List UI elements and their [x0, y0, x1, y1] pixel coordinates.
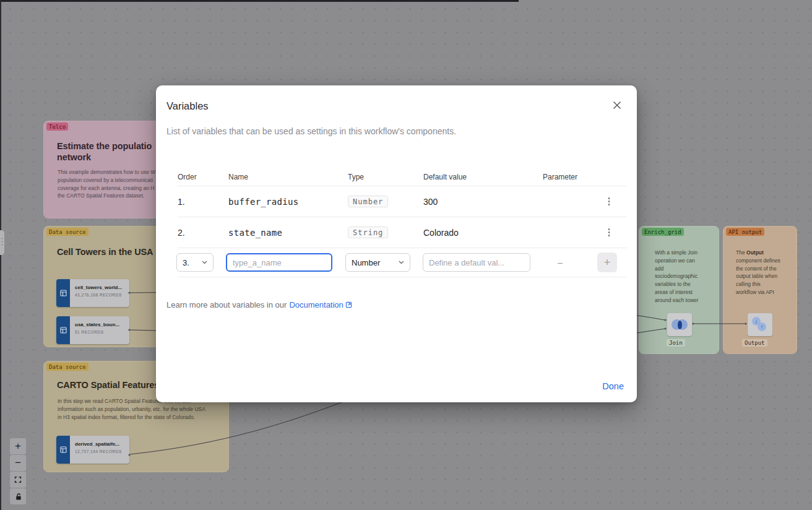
source-card-cell-towers[interactable]: cell_towers_world... 43,276,168 RECORDS — [56, 279, 129, 307]
variables-modal: Variables List of variables that can be … — [156, 85, 637, 402]
zoom-in-button[interactable]: + — [10, 438, 26, 454]
upload-icon: ↑ — [758, 322, 766, 331]
source-card-records: 12,707,194 RECORDS — [75, 449, 122, 454]
col-header-type: Type — [348, 173, 423, 181]
col-header-parameter: Parameter — [543, 173, 603, 181]
table-row: 2. state_name String Colorado — [178, 217, 627, 248]
type-badge: String — [348, 227, 388, 238]
col-header-order: Order — [178, 173, 228, 181]
output-icon: ↓ ↑ — [748, 313, 772, 336]
close-icon — [613, 101, 621, 110]
variable-name-input[interactable] — [226, 253, 332, 272]
variables-table: Order Name Type Default value Parameter … — [178, 168, 627, 277]
fit-to-screen-icon — [14, 475, 22, 484]
zoom-out-button[interactable]: − — [10, 455, 26, 471]
add-variable-button[interactable]: + — [597, 253, 617, 272]
col-header-default-value: Default value — [423, 173, 543, 181]
node-tag-data-source: Data source — [46, 228, 89, 236]
row-default-value: 300 — [423, 197, 543, 207]
node-tag-api-output: API output — [726, 228, 764, 236]
side-panel-handle[interactable] — [0, 230, 4, 255]
output-component[interactable]: ↓ ↑ — [748, 313, 772, 336]
node-tag-data-source: Data source — [46, 363, 89, 371]
toggle-knob — [545, 197, 551, 204]
modal-title: Variables — [166, 100, 209, 112]
telco-title: Estimate the populatio network — [57, 141, 152, 163]
done-button[interactable]: Done — [602, 381, 624, 391]
source-card-name: usa_states_boun... — [75, 322, 119, 327]
parameter-dash: – — [558, 257, 603, 267]
api-output-body: The Output component defines the content… — [736, 249, 780, 296]
order-select[interactable]: 3. — [176, 253, 214, 272]
type-select[interactable]: Number — [345, 253, 410, 272]
canvas-top-border — [0, 0, 519, 2]
table-icon — [56, 279, 70, 307]
telco-body: This example demonstrates how to use W p… — [58, 168, 155, 200]
node-tag-enrich-grid: Enrich_grid — [642, 228, 684, 236]
source-card-name: cell_towers_world... — [75, 285, 122, 290]
row-order: 1. — [178, 197, 228, 207]
lock-open-icon — [14, 493, 22, 501]
row-default-value: Colorado — [423, 228, 543, 238]
learn-more-text: Learn more about variables in our Docume… — [166, 300, 352, 309]
type-select-value: Number — [352, 258, 380, 267]
modal-description: List of variables that can be used as se… — [166, 126, 456, 136]
join-component[interactable] — [667, 313, 692, 336]
new-variable-row: 3. Number – + — [178, 248, 627, 277]
documentation-link[interactable]: Documentation — [289, 300, 352, 309]
source-card-records: 51 RECORDS — [75, 330, 119, 334]
default-value-input[interactable] — [423, 253, 530, 272]
row-menu-button[interactable] — [603, 227, 615, 238]
order-select-value: 3. — [183, 258, 189, 267]
fit-to-screen-button[interactable] — [10, 472, 26, 488]
row-order: 2. — [178, 228, 228, 238]
node-api-output[interactable]: API output The Output component defines … — [723, 226, 797, 354]
col-header-name: Name — [228, 173, 348, 181]
chevron-down-icon — [202, 261, 207, 264]
source-card-name: derived_spatialfe... — [75, 441, 122, 447]
row-name: buffer_radius — [228, 197, 348, 207]
canvas-left-border — [0, 0, 1, 510]
table-icon — [56, 316, 70, 344]
output-component-label: Output — [742, 339, 767, 347]
node-enrich-grid[interactable]: Enrich_grid With a simple Join operation… — [639, 226, 719, 354]
cell-towers-title: Cell Towers in the USA — [57, 247, 153, 258]
row-name: state_name — [228, 228, 348, 238]
close-button[interactable] — [611, 99, 623, 111]
join-icon — [672, 319, 688, 330]
spatial-features-title: CARTO Spatial Features — [57, 380, 159, 391]
source-card-records: 43,276,168 RECORDS — [75, 293, 122, 297]
table-header-row: Order Name Type Default value Parameter — [178, 168, 627, 186]
row-menu-button[interactable] — [603, 196, 615, 207]
toggle-knob — [545, 228, 551, 235]
type-badge: Number — [348, 196, 388, 207]
lock-button[interactable] — [10, 488, 26, 504]
canvas-zoom-controls: + − — [10, 438, 26, 505]
join-component-label: Join — [667, 339, 685, 347]
node-tag-telco: Telco — [46, 123, 68, 131]
source-card-usa-states[interactable]: usa_states_boun... 51 RECORDS — [56, 316, 129, 344]
source-card-derived-spatial[interactable]: derived_spatialfe... 12,707,194 RECORDS — [56, 436, 129, 464]
table-row: 1. buffer_radius Number 300 — [178, 186, 627, 217]
external-link-icon — [345, 301, 352, 308]
table-icon — [56, 436, 70, 464]
chevron-down-icon — [399, 261, 404, 264]
enrich-grid-body: With a simple Join operation we can add … — [655, 249, 698, 305]
